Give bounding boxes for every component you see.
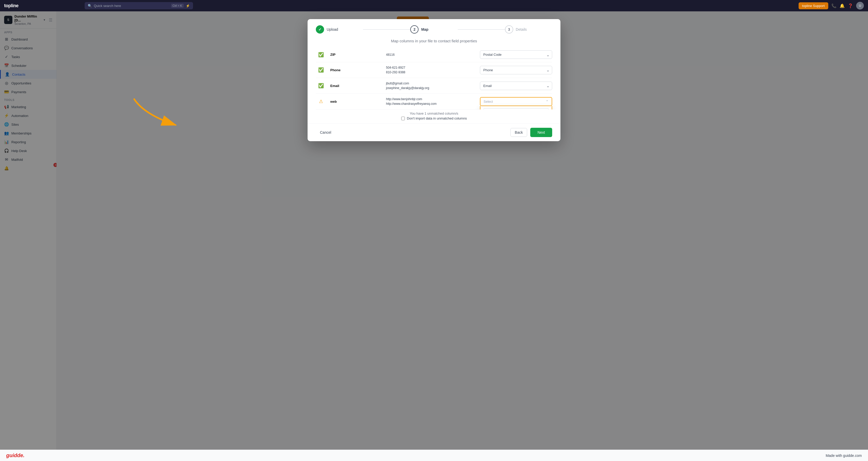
check-circle-icon-phone: ✅ — [318, 67, 324, 73]
map-table-container: ✅ ZIP 48116 Postal Code ✅ Phone — [308, 47, 434, 110]
step-map: 2 Map — [410, 25, 434, 34]
step-connector-1 — [363, 29, 410, 30]
dont-import-container[interactable]: Don't import data in unmatched columns — [308, 116, 434, 123]
arrow-annotation — [124, 94, 201, 141]
map-row-zip: ✅ ZIP 48116 Postal Code — [316, 47, 434, 62]
top-navigation: topline 🔍 Quick search here Ctrl + K ⚡ t… — [0, 0, 434, 11]
phone-sample-1: 504-621-8927 — [386, 65, 434, 70]
footer-left: Cancel — [316, 128, 335, 136]
map-row-web: ⚠ web http://www.benjohnbjr.com http://w… — [316, 94, 434, 110]
web-column-name: web — [330, 100, 382, 103]
check-circle-icon-email: ✅ — [318, 83, 324, 89]
step-map-circle: 2 — [410, 25, 418, 34]
import-modal: ✓ Upload 2 Map 3 Details Map columns in … — [308, 19, 434, 141]
phone-sample-2: 810-292-9388 — [386, 70, 434, 74]
app-logo: topline — [4, 3, 19, 8]
check-circle-icon: ✅ — [318, 52, 324, 58]
search-bar[interactable]: 🔍 Quick search here Ctrl + K ⚡ — [85, 2, 193, 9]
step-upload: ✓ Upload — [316, 25, 363, 34]
dont-import-label: Don't import data in unmatched columns — [407, 116, 434, 120]
modal-title: Map columns in your file to contact fiel… — [316, 39, 434, 43]
zip-status-icon: ✅ — [316, 52, 326, 58]
lightning-icon: ⚡ — [186, 4, 190, 8]
map-row-phone: ✅ Phone 504-621-8927 810-292-9388 Phone — [316, 62, 434, 78]
modal-footer: Cancel Back Next — [308, 123, 434, 141]
modal-overlay: ✓ Upload 2 Map 3 Details Map columns in … — [0, 11, 434, 230]
cancel-button[interactable]: Cancel — [316, 128, 335, 136]
zip-sample: 48116 — [386, 52, 434, 57]
email-sample-1: jbutt@gmail.com — [386, 81, 434, 86]
warning-triangle-icon: ⚠ — [319, 99, 323, 104]
email-column-name: Email — [330, 84, 382, 88]
email-sample: jbutt@gmail.com josephine_darakjy@darakj… — [386, 81, 434, 90]
search-shortcut: Ctrl + K — [171, 4, 184, 8]
step-upload-circle: ✓ — [316, 25, 324, 34]
phone-sample: 504-621-8927 810-292-9388 — [386, 65, 434, 74]
map-row-email: ✅ Email jbutt@gmail.com josephine_darakj… — [316, 78, 434, 94]
unmatched-notice: You have 1 unmatched column/s — [308, 110, 434, 116]
search-placeholder-text: Quick search here — [94, 4, 121, 8]
stepper: ✓ Upload 2 Map 3 Details — [316, 25, 434, 34]
web-sample-2: http://www.chandrasyeffreyaesq.com — [386, 101, 434, 106]
email-sample-2: josephine_darakjy@darakjy.org — [386, 86, 434, 90]
step-map-label: Map — [421, 27, 428, 31]
email-status-icon: ✅ — [316, 83, 326, 89]
web-status-icon: ⚠ — [316, 99, 326, 104]
search-icon: 🔍 — [88, 4, 92, 8]
step-upload-label: Upload — [327, 27, 338, 31]
web-sample: http://www.benjohnbjr.com http://www.cha… — [386, 97, 434, 106]
modal-header: ✓ Upload 2 Map 3 Details Map columns in … — [308, 19, 434, 43]
zip-column-name: ZIP — [330, 53, 382, 57]
web-sample-1: http://www.benjohnbjr.com — [386, 97, 434, 101]
phone-column-name: Phone — [330, 68, 382, 72]
dont-import-checkbox[interactable] — [401, 117, 405, 120]
phone-status-icon: ✅ — [316, 67, 326, 73]
